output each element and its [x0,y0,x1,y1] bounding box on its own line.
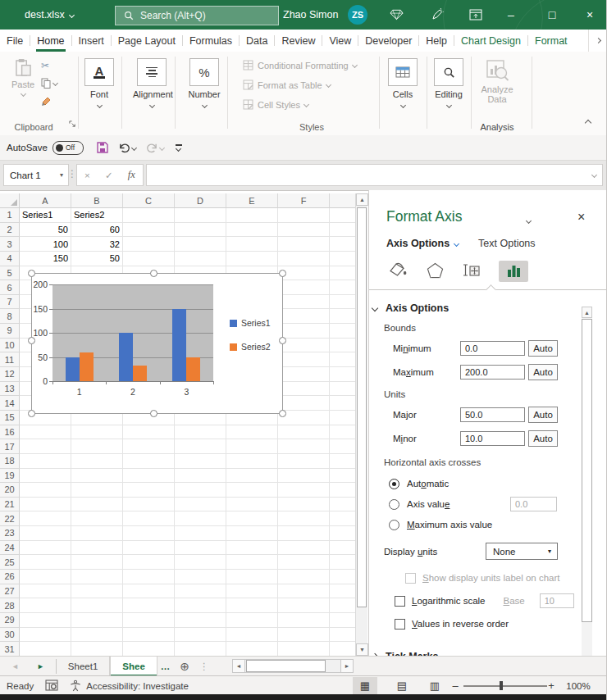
ribbon-overflow-button[interactable] [588,30,607,52]
spreadsheet[interactable]: ABCDEF1Series1Series22506031003241505056… [0,193,355,656]
cell-a29[interactable] [20,613,71,628]
cell-d4[interactable] [175,252,226,266]
cell-e4[interactable] [226,252,278,266]
axis-value-radio[interactable] [389,499,399,510]
cell-c4[interactable] [123,252,175,266]
cell-a24[interactable] [20,541,71,556]
minimum-input[interactable] [460,341,525,356]
cell-f12[interactable] [278,367,330,382]
cell-d21[interactable] [175,498,226,512]
cell-f7[interactable] [278,295,330,310]
cell-c21[interactable] [123,498,175,512]
cell-a17[interactable] [20,439,71,454]
tab-data[interactable]: Data [240,30,274,52]
workbook-title[interactable]: dest.xlsx [25,0,74,30]
sheet-tab-sheet1[interactable]: Sheet1 [57,657,110,676]
scroll-right-button[interactable]: ► [340,659,354,673]
cell-d29[interactable] [175,613,226,628]
maximum-auto-button[interactable]: Auto [528,364,558,380]
cell-b19[interactable] [71,469,123,484]
cell-f9[interactable] [278,324,330,339]
row-header-3[interactable]: 3 [0,237,20,252]
name-box-dropdown-icon[interactable]: ▾ [60,171,63,179]
cell-c3[interactable] [123,237,175,252]
row-header-11[interactable]: 11 [0,352,20,367]
column-header-c[interactable]: C [123,193,175,208]
cancel-button[interactable]: × [84,170,90,180]
cell-e20[interactable] [226,483,278,498]
zoom-out-button[interactable]: – [447,677,463,694]
cell-f20[interactable] [278,483,330,498]
cell-a18[interactable] [20,454,71,469]
cell-e26[interactable] [226,570,278,584]
cell-e2[interactable] [226,223,278,238]
row-header-4[interactable]: 4 [0,252,20,266]
zoom-slider-thumb[interactable] [500,681,503,690]
cell-f26[interactable] [278,570,330,584]
cell-b25[interactable] [71,555,123,570]
next-sheet-button[interactable]: ► [37,662,44,670]
cell-a23[interactable] [20,526,71,541]
cells-group-button[interactable]: Cells [384,58,422,109]
column-header-a[interactable]: A [20,193,71,208]
cell-b27[interactable] [71,584,123,599]
close-button[interactable]: × [576,0,604,30]
cell-d16[interactable] [175,425,226,440]
cell-f21[interactable] [278,498,330,512]
row-header-29[interactable]: 29 [0,613,20,628]
row-header-30[interactable]: 30 [0,628,20,643]
horizontal-scroll-track[interactable] [245,659,340,673]
cell-b24[interactable] [71,541,123,556]
cell-b30[interactable] [71,628,123,643]
size-properties-icon[interactable] [463,262,480,280]
format-painter-button[interactable] [41,96,52,107]
panel-collapse-icon[interactable] [527,215,531,225]
values-reverse-order-checkbox[interactable] [395,619,405,630]
cell-b16[interactable] [71,425,123,440]
display-units-dropdown[interactable]: None ▾ [486,543,558,560]
ribbon-display-options-icon[interactable] [462,0,490,30]
vertical-scrollbar-thumb[interactable] [357,207,367,607]
page-break-view-button[interactable]: ▥ [422,677,447,694]
cell-f19[interactable] [278,469,330,484]
horizontal-scrollbar[interactable]: ◄ ► [232,659,354,673]
row-header-17[interactable]: 17 [0,439,20,454]
cell-c23[interactable] [123,526,175,541]
cell-a28[interactable] [20,598,71,613]
cell-e21[interactable] [226,498,278,512]
cell-a20[interactable] [20,483,71,498]
cell-f16[interactable] [278,425,330,440]
cell-a2[interactable]: 50 [20,223,71,238]
chart-handle-w[interactable] [28,337,35,344]
cell-c22[interactable] [123,511,175,526]
conditional-formatting-button[interactable]: Conditional Formatting [243,60,357,70]
cell-e24[interactable] [226,541,278,556]
cell-f4[interactable] [278,252,330,266]
cell-c1[interactable] [123,208,175,223]
panel-scrollbar[interactable]: ▲ ▼ [582,307,592,675]
cell-e1[interactable] [226,208,278,223]
row-header-16[interactable]: 16 [0,425,20,440]
cell-f29[interactable] [278,613,330,628]
avatar[interactable]: ZS [348,5,367,25]
row-header-22[interactable]: 22 [0,511,20,526]
row-header-12[interactable]: 12 [0,367,20,382]
minor-input[interactable] [460,431,525,446]
cell-a26[interactable] [20,570,71,584]
scroll-up-button[interactable]: ▲ [356,193,368,206]
row-header-10[interactable]: 10 [0,339,20,353]
tab-developer[interactable]: Developer [358,30,418,52]
chart-handle-se[interactable] [279,410,286,417]
cell-a16[interactable] [20,425,71,440]
cell-b3[interactable]: 32 [71,237,123,252]
cell-c17[interactable] [123,439,175,454]
cell-a1[interactable]: Series1 [20,208,71,223]
cell-d23[interactable] [175,526,226,541]
cell-f24[interactable] [278,541,330,556]
cell-e30[interactable] [226,628,278,643]
cell-d19[interactable] [175,469,226,484]
row-header-8[interactable]: 8 [0,309,20,324]
cell-f1[interactable] [278,208,330,223]
zoom-level[interactable]: 100% [562,677,595,694]
horizontal-scrollbar-thumb[interactable] [246,660,326,672]
